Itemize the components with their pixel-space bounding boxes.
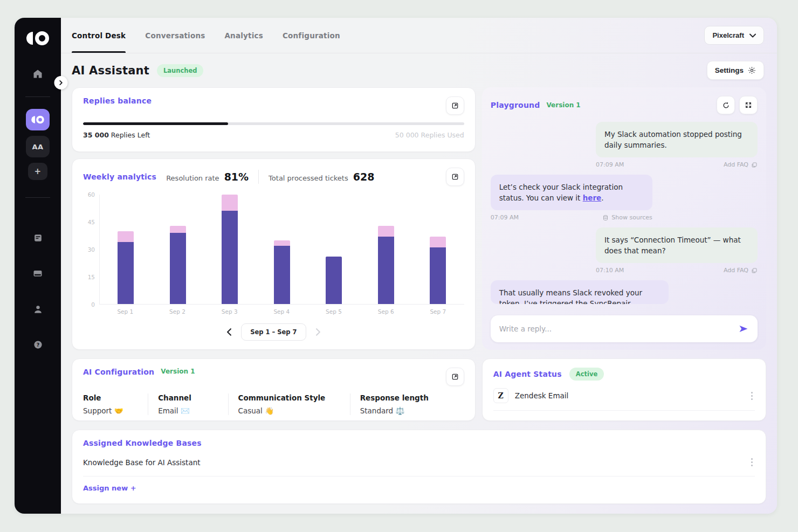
playground-expand-button[interactable] <box>739 96 758 114</box>
sidebar-documents-button[interactable] <box>26 227 50 248</box>
bar-segment-pink <box>378 226 394 237</box>
y-tick-label: 45 <box>88 219 95 225</box>
bar-segment-pink <box>430 237 446 247</box>
add-faq-icon <box>751 162 758 168</box>
ai-configuration-card: AI Configuration Version 1 <box>72 358 476 421</box>
config-label: Channel <box>158 393 220 402</box>
config-field-role: Role Support 🤝 <box>83 393 148 415</box>
settings-button[interactable]: Settings <box>707 61 764 80</box>
sidebar-divider <box>25 197 50 198</box>
pager-date-range[interactable]: Sep 1 – Sep 7 <box>241 323 306 341</box>
chevron-down-icon <box>749 33 756 38</box>
playground-panel: Playground Version 1 <box>482 87 766 350</box>
replies-balance-open-button[interactable] <box>446 96 464 115</box>
replies-used-value: 50 000 <box>395 131 419 139</box>
bar-group <box>204 195 256 304</box>
tickets-value: 628 <box>353 171 375 183</box>
bar-segment-purple <box>326 257 342 304</box>
add-faq-button[interactable]: Add FAQ <box>724 267 758 274</box>
message-bubble: Let’s check your Slack integration statu… <box>491 175 652 210</box>
knowledge-base-menu-button[interactable] <box>749 456 755 468</box>
config-value: Email ✉️ <box>158 406 220 415</box>
sidebar-home-button[interactable] <box>26 63 50 85</box>
chart-y-axis: 015304560 <box>83 195 99 305</box>
replies-progress-bar <box>83 122 464 125</box>
config-field-channel: Channel Email ✉️ <box>148 393 228 415</box>
app-frame: AA + <box>15 18 777 514</box>
replies-left-text: Replies Left <box>111 131 150 139</box>
add-faq-button[interactable]: Add FAQ <box>724 161 758 168</box>
knowledge-base-row: Knowledge Base for AI Assistant <box>83 456 755 476</box>
sources-stack-icon <box>602 215 609 221</box>
svg-text:?: ? <box>36 342 39 348</box>
send-button[interactable] <box>738 324 749 334</box>
config-field-response-length: Response length Standard ⚖️ <box>350 393 464 415</box>
playground-refresh-button[interactable] <box>717 96 735 114</box>
document-icon <box>33 233 43 243</box>
weekly-analytics-open-button[interactable] <box>446 168 464 186</box>
tab-conversations[interactable]: Conversations <box>145 18 205 53</box>
user-icon <box>33 304 43 314</box>
ai-configuration-open-button[interactable] <box>446 368 464 386</box>
sidebar-workspace-pixelcraft[interactable] <box>26 109 50 130</box>
weekly-analytics-title: Weekly analytics <box>83 172 156 181</box>
chart-plot-area <box>99 195 464 305</box>
sidebar-account-button[interactable] <box>26 298 50 320</box>
sidebar-help-button[interactable]: ? <box>26 334 50 355</box>
workspace-selector[interactable]: Pixelcraft <box>704 26 764 45</box>
integration-row: Z Zendesk Email <box>493 388 755 411</box>
y-tick-label: 0 <box>91 301 95 308</box>
tab-control-desk[interactable]: Control Desk <box>72 18 126 53</box>
weekly-analytics-card: Weekly analytics Resolution rate 81% Tot… <box>72 158 476 350</box>
config-value: Standard ⚖️ <box>360 406 457 415</box>
bar-segment-purple <box>118 242 134 304</box>
tab-analytics[interactable]: Analytics <box>224 18 263 53</box>
pager-prev-button[interactable] <box>226 328 232 336</box>
envelope-emoji: ✉️ <box>181 406 190 415</box>
sidebar-add-workspace-button[interactable]: + <box>28 163 47 180</box>
chat-message-user: It says “Connection Timeout” — what does… <box>596 227 758 274</box>
x-tick-label: Sep 6 <box>360 308 412 315</box>
show-sources-button[interactable]: Show sources <box>602 214 652 221</box>
assign-new-button[interactable]: Assign new + <box>83 484 136 492</box>
main-area: Control Desk Conversations Analytics Con… <box>61 18 777 514</box>
bar-segment-pink <box>170 226 186 233</box>
ai-agent-status-card: AI Agent Status Active Z Zendesk Email <box>482 358 766 421</box>
x-tick-label: Sep 5 <box>308 308 360 315</box>
sidebar-billing-button[interactable] <box>26 262 50 284</box>
handshake-emoji: 🤝 <box>114 406 123 415</box>
billing-card-icon <box>32 268 43 279</box>
chart-pager: Sep 1 – Sep 7 <box>83 323 464 341</box>
message-bubble: My Slack automation stopped posting dail… <box>596 122 758 157</box>
page-header: AI Assistant Launched Settings <box>61 53 777 86</box>
integration-menu-button[interactable] <box>749 390 755 402</box>
here-link[interactable]: here <box>583 194 602 202</box>
x-tick-label: Sep 7 <box>412 308 464 315</box>
replies-progress-fill <box>83 122 228 125</box>
launched-badge: Launched <box>157 64 204 77</box>
config-label: Response length <box>360 393 457 402</box>
config-label: Communication Style <box>238 393 342 402</box>
sidebar-expand-button[interactable] <box>54 76 68 89</box>
x-tick-label: Sep 3 <box>203 308 256 315</box>
reply-input[interactable] <box>499 324 733 333</box>
x-tick-label: Sep 4 <box>256 308 308 315</box>
chat-messages: My Slack automation stopped posting dail… <box>491 122 758 315</box>
bar-group <box>308 195 360 304</box>
resolution-rate-label: Resolution rate <box>166 174 219 182</box>
pixelcraft-logo-icon <box>31 115 45 125</box>
bar-segment-pink <box>222 195 238 211</box>
sidebar-workspace-aa[interactable]: AA <box>26 136 50 157</box>
message-bubble: It says “Connection Timeout” — what does… <box>596 227 758 263</box>
settings-label: Settings <box>715 66 744 74</box>
sidebar-divider <box>25 96 50 97</box>
pager-next-button[interactable] <box>315 328 321 336</box>
zendesk-logo: Z <box>493 388 508 403</box>
bar-group <box>256 195 308 304</box>
config-field-communication-style: Communication Style Casual 👋 <box>228 393 350 415</box>
bar-segment-purple <box>274 246 290 304</box>
tab-configuration[interactable]: Configuration <box>283 18 340 53</box>
topbar: Control Desk Conversations Analytics Con… <box>61 18 777 53</box>
dashboard-content: Replies balance <box>61 86 777 514</box>
tickets-label: Total processed tickets <box>269 174 348 182</box>
